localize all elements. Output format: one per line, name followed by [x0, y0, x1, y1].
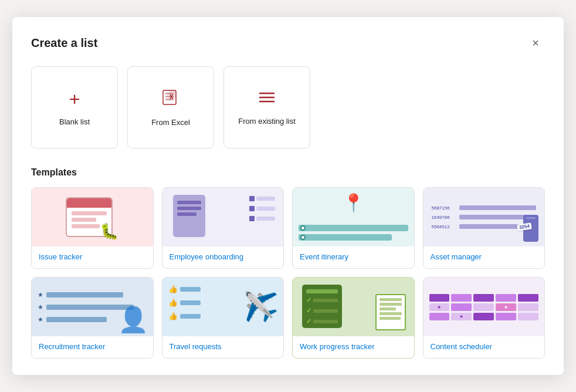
work-progress-card[interactable]: ✓ ✓ ✓: [292, 277, 415, 359]
event-itinerary-thumb: 📍: [293, 188, 414, 246]
employee-onboarding-thumb: [162, 188, 284, 246]
list-lines-icon: [257, 89, 276, 110]
recruitment-tracker-label: Recruitment tracker: [32, 336, 153, 358]
from-existing-label: From existing list: [238, 117, 296, 126]
recruitment-tracker-card[interactable]: ★ ★ ★: [31, 277, 154, 359]
work-progress-thumb: ✓ ✓ ✓: [293, 278, 414, 336]
create-options-row: + Blank list X From Excel: [31, 66, 545, 148]
recruitment-tracker-thumb: ★ ★ ★: [32, 278, 153, 336]
create-list-dialog: Create a list × + Blank list X From Exce…: [12, 17, 564, 375]
event-itinerary-label: Event itinerary: [293, 246, 414, 268]
plus-icon: +: [69, 89, 80, 110]
asset-num-1: 5687156: [432, 205, 456, 211]
templates-section: Templates: [31, 167, 545, 359]
content-scheduler-label: Content scheduler: [423, 336, 545, 358]
from-excel-label: From Excel: [151, 118, 190, 127]
content-scheduler-thumb: ★ ★ ★: [423, 278, 545, 336]
blank-list-label: Blank list: [59, 117, 90, 126]
svg-text:X: X: [170, 94, 174, 100]
travel-requests-thumb: 👍 👍 👍: [162, 278, 284, 336]
travel-requests-card[interactable]: 👍 👍 👍: [162, 277, 284, 359]
content-scheduler-card[interactable]: ★ ★ ★ Content scheduler: [423, 277, 545, 359]
close-button[interactable]: ×: [526, 33, 545, 52]
issue-tracker-label: Issue tracker: [32, 246, 153, 268]
asset-num-2: 1649786: [432, 215, 456, 220]
dialog-title: Create a list: [31, 36, 97, 50]
blank-list-card[interactable]: + Blank list: [31, 66, 118, 148]
from-existing-card[interactable]: From existing list: [223, 66, 310, 148]
templates-grid: 🐛 Issue tracker: [31, 187, 545, 359]
work-progress-label: Work progress tracker: [293, 336, 414, 358]
travel-requests-label: Travel requests: [162, 336, 284, 358]
employee-onboarding-label: Employee onboarding: [162, 246, 284, 268]
asset-manager-thumb: 5687156 1649786 5564512: [423, 188, 545, 246]
event-itinerary-card[interactable]: 📍 Event itinerary: [292, 187, 415, 269]
asset-manager-label: Asset manager: [423, 246, 545, 268]
asset-num-3: 5564512: [432, 224, 456, 229]
asset-manager-card[interactable]: 5687156 1649786 5564512: [423, 187, 545, 269]
templates-title: Templates: [31, 167, 545, 178]
issue-tracker-thumb: 🐛: [32, 188, 153, 246]
issue-tracker-card[interactable]: 🐛 Issue tracker: [31, 187, 154, 269]
excel-icon: X: [161, 88, 180, 111]
dialog-header: Create a list ×: [31, 33, 545, 52]
employee-onboarding-card[interactable]: Employee onboarding: [162, 187, 284, 269]
from-excel-card[interactable]: X From Excel: [127, 66, 214, 148]
